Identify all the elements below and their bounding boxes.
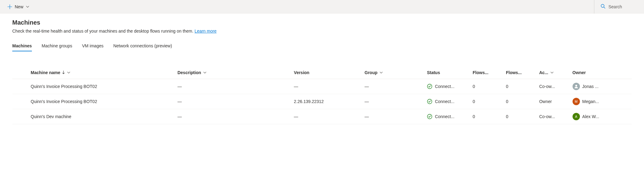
tab-network-connections[interactable]: Network connections (preview) xyxy=(113,41,172,51)
access-cell: Co-ow... xyxy=(539,114,566,119)
owner-cell: Megan... xyxy=(582,99,599,104)
version-cell: — xyxy=(294,84,298,89)
chevron-down-icon xyxy=(26,5,29,9)
column-header-group[interactable]: Group xyxy=(362,66,424,79)
column-label: Owner xyxy=(573,70,586,75)
column-header-status[interactable]: Status xyxy=(424,66,470,79)
tab-vm-images[interactable]: VM images xyxy=(82,41,103,51)
column-header-version[interactable]: Version xyxy=(291,66,361,79)
tab-machines[interactable]: Machines xyxy=(12,41,32,51)
flows-queued-cell: 0 xyxy=(506,84,508,89)
svg-point-0 xyxy=(601,4,604,7)
chevron-down-icon xyxy=(550,71,554,74)
status-connected-icon xyxy=(427,84,432,89)
page-title: Machines xyxy=(12,19,632,26)
flows-running-cell: 0 xyxy=(473,114,475,119)
tab-machine-groups[interactable]: Machine groups xyxy=(42,41,72,51)
version-cell: — xyxy=(294,114,298,119)
new-button[interactable]: New xyxy=(5,2,32,11)
search-box[interactable] xyxy=(594,0,639,14)
column-header-flows-queued[interactable]: Flows... xyxy=(503,66,536,79)
chevron-down-icon xyxy=(203,71,207,74)
avatar xyxy=(573,83,580,90)
flows-queued-cell: 0 xyxy=(506,99,508,104)
column-label: Flows... xyxy=(473,70,488,75)
machine-name-cell[interactable]: Quinn's Invoice Processing BOT02 xyxy=(31,99,171,104)
column-header-access[interactable]: Ac... xyxy=(536,66,569,79)
search-input[interactable] xyxy=(608,4,639,9)
owner-cell: Jonas ... xyxy=(582,84,599,89)
table-header-row: Machine name Description xyxy=(12,66,632,79)
column-label: Version xyxy=(294,70,309,75)
column-label: Status xyxy=(427,70,440,75)
sort-down-icon xyxy=(62,70,65,75)
chevron-down-icon xyxy=(379,71,383,74)
status-cell: Connect... xyxy=(435,114,454,119)
column-label: Description xyxy=(178,70,201,75)
column-header-owner[interactable]: Owner xyxy=(569,66,632,79)
column-label: Machine name xyxy=(31,70,60,75)
table-row[interactable]: Quinn's Invoice Processing BOT02 — — — C… xyxy=(12,79,632,94)
status-connected-icon xyxy=(427,114,432,119)
page-subtitle: Check the real-time health and status of… xyxy=(12,29,632,34)
command-bar: New xyxy=(0,0,644,14)
column-header-description[interactable]: Description xyxy=(174,66,291,79)
machines-table: Machine name Description xyxy=(12,66,632,124)
status-cell: Connect... xyxy=(435,84,454,89)
version-cell: 2.26.139.22312 xyxy=(294,99,324,104)
access-cell: Co-ow... xyxy=(539,84,566,89)
table-row[interactable]: Quinn's Dev machine — — — Connect... 0 0… xyxy=(12,109,632,124)
machine-name-cell[interactable]: Quinn's Dev machine xyxy=(31,114,171,119)
search-icon xyxy=(600,4,605,10)
flows-running-cell: 0 xyxy=(473,99,475,104)
table-row[interactable]: Quinn's Invoice Processing BOT02 — 2.26.… xyxy=(12,94,632,109)
description-cell: — xyxy=(178,114,182,119)
column-label: Flows... xyxy=(506,70,522,75)
machine-name-cell[interactable]: Quinn's Invoice Processing BOT02 xyxy=(31,84,171,89)
page-content: Machines Check the real-time health and … xyxy=(0,14,644,124)
column-header-machine-name[interactable]: Machine name xyxy=(12,66,174,79)
avatar: M xyxy=(573,98,580,105)
page-subtitle-text: Check the real-time health and status of… xyxy=(12,29,195,34)
owner-cell: Alex W... xyxy=(582,114,599,119)
learn-more-link[interactable]: Learn more xyxy=(195,29,217,34)
group-cell: — xyxy=(365,99,369,104)
chevron-down-icon xyxy=(67,71,71,74)
status-connected-icon xyxy=(427,99,432,104)
group-cell: — xyxy=(365,84,369,89)
column-label: Group xyxy=(365,70,378,75)
svg-point-2 xyxy=(575,85,577,87)
access-cell: Owner xyxy=(539,99,566,104)
column-header-flows-running[interactable]: Flows... xyxy=(470,66,503,79)
description-cell: — xyxy=(178,84,182,89)
group-cell: — xyxy=(365,114,369,119)
column-label: Ac... xyxy=(539,70,548,75)
new-button-label: New xyxy=(15,4,23,9)
tab-bar: Machines Machine groups VM images Networ… xyxy=(12,41,632,52)
flows-running-cell: 0 xyxy=(473,84,475,89)
status-cell: Connect... xyxy=(435,99,454,104)
description-cell: — xyxy=(178,99,182,104)
plus-icon xyxy=(7,4,12,9)
avatar: A xyxy=(573,113,580,120)
flows-queued-cell: 0 xyxy=(506,114,508,119)
